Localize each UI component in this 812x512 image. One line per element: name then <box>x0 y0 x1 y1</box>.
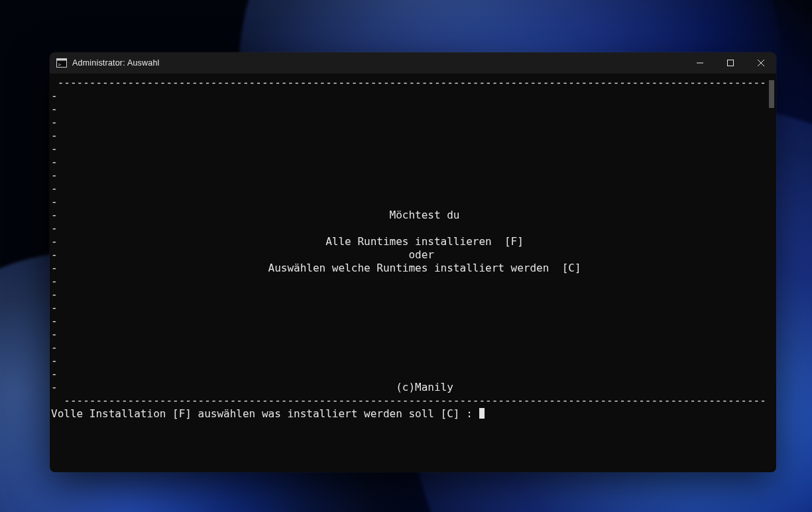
titlebar[interactable]: >_ Administrator: Auswahl <box>50 52 776 74</box>
text-cursor <box>479 408 485 419</box>
console-output[interactable]: ----------------------------------------… <box>50 74 767 472</box>
close-button[interactable] <box>746 52 776 74</box>
close-icon <box>758 60 764 66</box>
svg-text:>_: >_ <box>58 62 64 68</box>
console-window: >_ Administrator: Auswahl --------------… <box>50 52 776 472</box>
maximize-button[interactable] <box>715 52 746 74</box>
window-title: Administrator: Auswahl <box>72 58 160 68</box>
maximize-icon <box>727 60 734 66</box>
cmd-icon: >_ <box>56 58 67 68</box>
scrollbar-thumb[interactable] <box>769 80 774 108</box>
svg-rect-3 <box>728 60 734 66</box>
svg-rect-1 <box>57 59 67 61</box>
minimize-icon <box>697 60 703 66</box>
vertical-scrollbar[interactable] <box>767 74 776 472</box>
minimize-button[interactable] <box>685 52 715 74</box>
